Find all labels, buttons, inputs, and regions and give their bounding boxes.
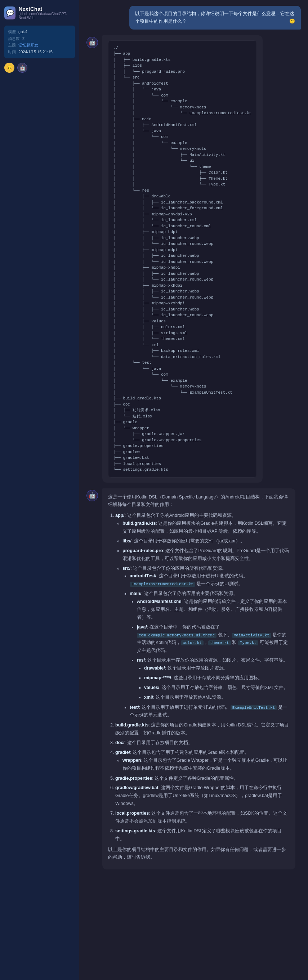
res-mipmap: mipmap-****/: 这些目录用于存放不同分辨率的应用图标。 [144,674,290,682]
s1i4-sub: androidTest/: 这个目录用于存放用于进行UI测试的代码。Exampl… [123,572,290,719]
sidebar-header: 💬 NextChat github.com/Yidadaa/ChatGPT-Ne… [4,6,75,20]
section-3: doc/: 这个目录用于存放项目的文档。 [115,739,290,747]
s1-item-1: build.gradle.kts: 这是你的应用模块的Gradle构建脚本，用K… [123,520,290,536]
s1i1-name: build.gradle.kts [123,521,156,526]
section-4: gradle/: 这个目录包含了用于构建你的应用的Gradle脚本和配置。 wr… [115,749,290,773]
s1i4s2-sub-3: res/: 这个目录用于存放你的应用的资源，如图片、布局文件、字符串等。 dra… [137,657,290,701]
s1-items: build.gradle.kts: 这是你的应用模块的Gradle构建脚本，用K… [115,520,290,719]
s4-title: gradle/ [115,750,130,755]
user-message-wrapper: 以下是我这个项目的目录结构，你详细说明一下每个文件是什么意思，它在这个项目中的作… [86,6,301,30]
model-value: gpt-4 [18,30,27,34]
s1-item-2: libs/: 这个目录用于存放你的应用需要的文件（jar或.aar）。 [123,537,290,545]
ai-description-wrapper: 🤖 这是一个使用Kotlin DSL（Domain Specific Langu… [86,488,301,870]
s1i4s1-name: androidTest/ [130,573,156,578]
s1i3-name: proguard-rules.pro [123,548,163,553]
ai-emoji-icon: 🤖 [19,65,26,71]
sidebar-subtitle: github.com/Yidadaa/ChatGPT-Next-Web [18,12,75,20]
s1i4s3-code: ExampleUnitTest.kt [231,705,277,710]
intro-text: 这是一个使用Kotlin DSL（Domain Specific Languag… [108,493,290,509]
s4-item-1: wrapper/: 这个目录包含了Gradle Wrapper，它是一个独立版本… [123,757,290,773]
app-container: 💬 NextChat github.com/Yidadaa/ChatGPT-Ne… [0,0,308,980]
sidebar-logo: 💬 [4,6,16,19]
color-code: color.kt [181,640,204,646]
description-text: 这是一个使用Kotlin DSL（Domain Specific Languag… [108,493,290,862]
ai-message-icon: 🤖 [89,39,96,46]
type-code: Type.kt [238,640,258,646]
code-tree-block: ./ ├── app │ ├── build.gradle.kts │ ├── … [108,40,257,477]
section-2: build.gradle.kts: 这是你的项目的Gradle构建脚本，用Kot… [115,721,290,737]
section-7: local.properties: 这个文件通常包含了一些本地环境的配置，如SD… [115,810,290,826]
ai-desc-avatar: 🤖 [86,490,98,501]
s4-items: wrapper/: 这个目录包含了Gradle Wrapper，它是一个独立版本… [115,757,290,773]
s2-title: build.gradle.kts [115,722,148,727]
s1i4s2s1-name: AndroidManifest.xml [137,599,182,604]
s1i4-sub-2: main/: 这个目录包含了你的应用的主要代码和资源。 AndroidManif… [130,590,290,701]
s1i4s2-name: main/ [130,591,142,596]
model-label: 模型 [8,30,16,34]
res-sub: drawable/: 这个目录用于存放图片资源。 mipmap-****/: 这… [137,665,290,702]
s5-title: gradle.properties [115,776,152,781]
s7-title: local.properties [115,811,149,816]
session-row: 消息数 2 [8,35,71,42]
ai-desc-icon: 🤖 [89,492,96,499]
s1i4s3-name: test/ [130,705,139,710]
ai-description-content: 这是一个使用Kotlin DSL（Domain Specific Languag… [102,488,295,870]
topic-value: 记忆起开发 [18,43,38,47]
s1i4s2-sub-2: java/: 在这个目录中，你的代码被放在了 com.example.memor… [137,624,290,655]
main-content: 以下是我这个项目的目录结构，你详细说明一下每个文件是什么意思，它在这个项目中的作… [79,0,308,980]
res-values: values/: 这个目录用于存放包含字符串、颜色、尺寸等值的XML文件。 [144,684,290,692]
s1i4-sub-1: androidTest/: 这个目录用于存放用于进行UI测试的代码。Exampl… [130,572,290,588]
model-info-panel: 模型 gpt-4 消息数 2 主题 记忆起开发 时间 2024/1/15 15:… [4,25,75,58]
xml-name: xml/ [144,695,153,700]
user-message-emoji-icon: 🙂 [289,18,295,25]
theme-code: theme.kt [208,640,231,646]
footer-text: 以上是你的项目结构中的主要目录和文件的作用。如果你有任何问题，或者需要进一步的帮… [108,846,290,862]
s1i2-name: libs/ [123,538,131,544]
section-1: app/: 这个目录包含了你的Android应用的主要代码和资源。 build.… [115,512,290,719]
session-value: 2 [22,37,24,41]
model-row: 模型 gpt-4 [8,29,71,35]
section-8: settings.gradle.kts: 这个文件用Kotlin DSL定义了哪… [115,827,290,843]
session-label: 消息数 [8,37,20,41]
section-6: gradlew/gradlew.bat: 这两个文件是Gradle Wrappe… [115,784,290,808]
drawable-name: drawable/ [144,666,165,671]
mipmap-name: mipmap-****/ [144,675,171,680]
avatar-row: 😊 🤖 [4,63,75,73]
user-message: 以下是我这个项目的目录结构，你详细说明一下每个文件是什么意思，它在这个项目中的作… [129,6,301,30]
user-message-text: 以下是我这个项目的目录结构，你详细说明一下每个文件是什么意思，它在这个项目中的作… [135,11,294,24]
time-row: 时间 2024/1/15 15:21:15 [8,49,71,56]
chat-area: 以下是我这个项目的目录结构，你详细说明一下每个文件是什么意思，它在这个项目中的作… [79,0,308,980]
sidebar-title: NextChat [18,6,75,12]
s1i4s1-code: ExampleInstrumentedTest.kt [130,582,195,587]
s1-item-3: proguard-rules.pro: 这个文件包含了ProGuard的规则。P… [123,547,290,563]
sidebar: 💬 NextChat github.com/Yidadaa/ChatGPT-Ne… [0,0,79,980]
s1i4s2-sub-1: AndroidManifest.xml: 这是你的应用的清单文件，定义了你的应用… [137,598,290,622]
user-avatar: 😊 [4,63,14,73]
ai-message-avatar: 🤖 [86,37,98,48]
main-activity-code: MainActivity.kt [232,633,271,638]
s1-item-4: src/: 这个目录包含了你的应用的所有代码和资源。 androidTest/:… [123,565,290,720]
user-emoji-icon: 😊 [6,65,13,71]
logo-icon: 💬 [6,9,14,17]
s1i4s2s3-name: res/ [137,658,145,663]
s1i4-name: src/ [123,566,131,571]
s8-title: settings.gradle.kts [115,828,155,834]
time-value: 2024/1/15 15:21:15 [18,50,53,54]
s3-title: doc/ [115,740,124,745]
sections-list: app/: 这个目录包含了你的Android应用的主要代码和资源。 build.… [108,512,290,843]
section-5: gradle.properties: 这个文件定义了各种Gradle的配置属性。 [115,775,290,783]
ai-message-wrapper: 🤖 ./ ├── app │ ├── build.gradle.kts │ ├─… [86,35,301,483]
time-label: 时间 [8,50,16,54]
s1i4s2s2-name: java/ [137,625,147,630]
res-drawable: drawable/: 这个目录用于存放图片资源。 [144,665,290,673]
values-name: values/ [144,685,159,690]
s4i1-name: wrapper/ [123,758,141,763]
s1i4-sub-3: test/: 这个目录用于放用于进行单元测试的代码。ExampleUnitTes… [130,704,290,720]
s1-title: app/ [115,513,124,518]
ai-message-content: ./ ├── app │ ├── build.gradle.kts │ ├── … [102,35,263,483]
s1i4s2-sub: AndroidManifest.xml: 这是你的应用的清单文件，定义了你的应用… [130,598,290,702]
s6-title: gradlew/gradlew.bat [115,785,158,790]
res-xml: xml/: 这个目录用于存放其他XML资源。 [144,694,290,702]
topic-label: 主题 [8,43,16,47]
topic-row: 主题 记忆起开发 [8,42,71,49]
